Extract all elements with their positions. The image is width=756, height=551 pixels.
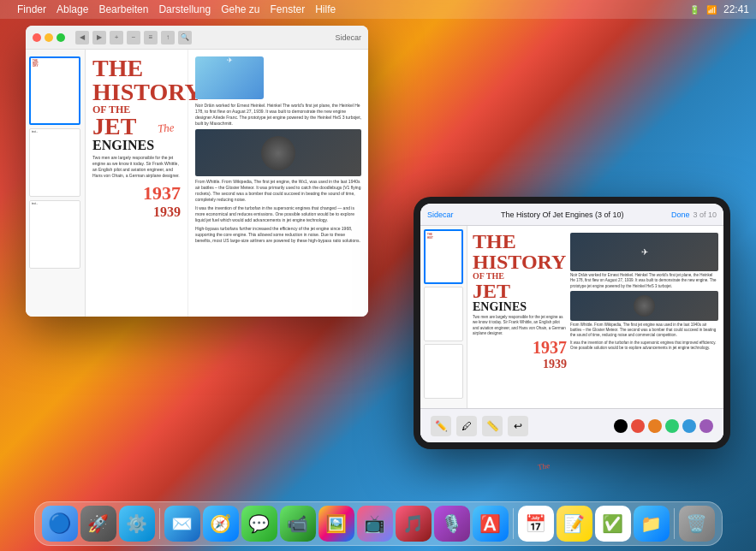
doc-title-engines: ENGINES: [92, 139, 181, 152]
ipad-title-the: THE: [473, 231, 567, 252]
pen-tool-pen[interactable]: 🖊: [456, 416, 477, 436]
dock-music[interactable]: 🎵: [396, 506, 432, 542]
ipad-body-right-3: It was the invention of the turbofan in …: [570, 341, 718, 352]
dock-notes[interactable]: 📝: [557, 506, 592, 542]
page-thumb-3[interactable]: text...: [29, 200, 80, 269]
dock-trash[interactable]: 🗑️: [679, 506, 715, 542]
color-swatches: [614, 419, 713, 433]
color-swatch-orange[interactable]: [648, 419, 662, 433]
dock-photos[interactable]: 🖼️: [318, 506, 354, 542]
ipad-toolbar-right: Done 3 of 10: [671, 210, 717, 219]
menu-fenster[interactable]: Fenster: [271, 3, 306, 15]
ipad-year-1939: 1939: [473, 358, 567, 371]
ipad-back-button[interactable]: Sidecar: [427, 210, 454, 219]
dock: 🔵 🚀 ⚙️ ✉️ 🧭 💬 📹 🖼️ 📺 🎵 🎙️ 🅰️ 📅 📝 ✅ 📁 🗑️: [34, 501, 723, 546]
ipad-sidebar: THEHIST: [420, 226, 467, 408]
page-thumb-2[interactable]: text...: [29, 128, 80, 197]
toolbar-view-icon[interactable]: ≡: [144, 31, 158, 44]
dock-launchpad[interactable]: 🚀: [80, 506, 116, 542]
doc-body-right-3: It was the invention of the turbofan in …: [195, 205, 361, 223]
ipad-done-button[interactable]: Done: [671, 210, 690, 219]
color-swatch-green[interactable]: [665, 419, 679, 433]
menu-bar-left: Finder Ablage Bearbeiten Darstellung Geh…: [7, 3, 336, 15]
toolbar-icons: ◀ ▶ + − ≡ ↑ 🔍: [75, 31, 192, 44]
doc-body-left: Two men are largely responsible for the …: [92, 155, 181, 179]
ipad-content: THEHIST THE HISTORY OF THE JET ENGINES T…: [420, 226, 723, 408]
dock-messages[interactable]: 💬: [241, 506, 277, 542]
dock-files[interactable]: 📁: [634, 506, 670, 542]
imac-window: ◀ ▶ + − ≡ ↑ 🔍 Sidecar THEHISTORY text...: [26, 26, 368, 317]
close-button[interactable]: [33, 33, 41, 42]
ipad-title-jet: JET: [473, 281, 567, 301]
doc-year-1937: 1937: [92, 182, 181, 204]
plane-image: ✈: [195, 56, 264, 99]
doc-title-history: HISTORY: [92, 80, 181, 104]
toolbar-back-icon[interactable]: ◀: [75, 31, 89, 44]
toolbar-sidecar-label: Sidecar: [195, 33, 361, 42]
ipad-thumb-1[interactable]: THEHIST: [424, 229, 463, 284]
maximize-button[interactable]: [57, 33, 65, 42]
dock-finder[interactable]: 🔵: [42, 506, 78, 542]
color-swatch-red[interactable]: [631, 419, 645, 433]
ipad-toolbar: Sidecar The History Of Jet Engines (3 of…: [420, 204, 723, 226]
doc-main: THE HISTORY OF THE JET ENGINES Two men a…: [86, 50, 368, 317]
ipad-body-left: Two men are largely responsible for the …: [473, 315, 567, 336]
dock-separator-1: [159, 508, 160, 539]
ipad-thumb-2[interactable]: [424, 287, 463, 341]
menu-battery-icon: 🔋: [689, 5, 699, 15]
desktop: Finder Ablage Bearbeiten Darstellung Geh…: [0, 0, 756, 551]
window-toolbar: ◀ ▶ + − ≡ ↑ 🔍 Sidecar: [26, 26, 368, 50]
doc-right-column: ✈ Noir Drâin worked for Ernest Heinkel. …: [188, 50, 368, 317]
ipad-toolbar-left: Sidecar: [427, 210, 454, 219]
dock-mail[interactable]: ✉️: [164, 506, 200, 542]
color-swatch-black[interactable]: [614, 419, 628, 433]
doc-body-right-2: From Whittle. From Wikipedia, The first …: [195, 179, 361, 203]
dock-safari[interactable]: 🧭: [203, 506, 239, 542]
ipad-plane-image: ✈: [570, 233, 718, 271]
menu-darstellung[interactable]: Darstellung: [158, 3, 211, 15]
dock-calendar[interactable]: 📅: [518, 506, 554, 542]
dock-facetime[interactable]: 📹: [280, 506, 316, 542]
menu-bar-right: 🔋 📶 22:41: [689, 3, 749, 15]
toolbar-zoom-out-icon[interactable]: −: [127, 31, 140, 44]
dock-separator-2: [513, 508, 514, 539]
toolbar-forward-icon[interactable]: ▶: [92, 31, 106, 44]
dock-separator-3: [674, 508, 675, 539]
ipad-screen: Sidecar The History Of Jet Engines (3 of…: [420, 204, 723, 442]
minimize-button[interactable]: [45, 33, 53, 42]
page-thumb-1[interactable]: THEHISTORY: [29, 56, 80, 125]
ipad-thumb-3[interactable]: [424, 344, 463, 399]
ipad-turbine-image: [570, 291, 718, 321]
ipad-bottom-toolbar: ✏️ 🖊 📏 ↩: [420, 408, 723, 442]
pen-tool-undo[interactable]: ↩: [508, 416, 528, 436]
menu-bearbeiten[interactable]: Bearbeiten: [98, 3, 148, 15]
doc-content: THEHISTORY text... text... THE HISTORY O…: [26, 50, 368, 317]
toolbar-share-icon[interactable]: ↑: [161, 31, 175, 44]
toolbar-search-icon[interactable]: 🔍: [178, 31, 192, 44]
pen-tool-pencil[interactable]: ✏️: [431, 416, 451, 436]
dock-podcasts[interactable]: 🎙️: [434, 506, 470, 542]
color-swatch-purple[interactable]: [699, 419, 713, 433]
pen-tools: ✏️ 🖊 📏 ↩: [431, 416, 528, 436]
pen-tool-marker[interactable]: 📏: [482, 416, 503, 436]
dock-reminders[interactable]: ✅: [595, 506, 631, 542]
ipad-body-right-1: Noir Drâin worked for Ernest Heinkel. He…: [570, 273, 718, 289]
dock-tv[interactable]: 📺: [357, 506, 393, 542]
ipad-doc-left: THE HISTORY OF THE JET ENGINES Two men a…: [473, 231, 567, 403]
ipad-turbine-graphic: [634, 295, 655, 317]
menu-gehe-zu[interactable]: Gehe zu: [221, 3, 259, 15]
menu-ablage[interactable]: Ablage: [57, 3, 88, 15]
ipad: Sidecar The History Of Jet Engines (3 of…: [414, 197, 730, 449]
doc-body-right-1: Noir Drâin worked for Ernest Heinkel. He…: [195, 103, 361, 127]
doc-title-jet: JET: [92, 115, 181, 139]
ipad-title-engines: ENGINES: [473, 301, 567, 313]
menu-finder[interactable]: Finder: [17, 3, 46, 15]
ipad-page-info: 3 of 10: [693, 210, 717, 219]
toolbar-zoom-in-icon[interactable]: +: [110, 31, 123, 44]
ipad-doc-main: THE HISTORY OF THE JET ENGINES Two men a…: [467, 226, 723, 408]
menu-datetime[interactable]: 22:41: [723, 3, 749, 15]
menu-hilfe[interactable]: Hilfe: [315, 3, 336, 15]
color-swatch-blue[interactable]: [682, 419, 696, 433]
dock-system-preferences[interactable]: ⚙️: [119, 506, 155, 542]
dock-appstore[interactable]: 🅰️: [473, 506, 509, 542]
